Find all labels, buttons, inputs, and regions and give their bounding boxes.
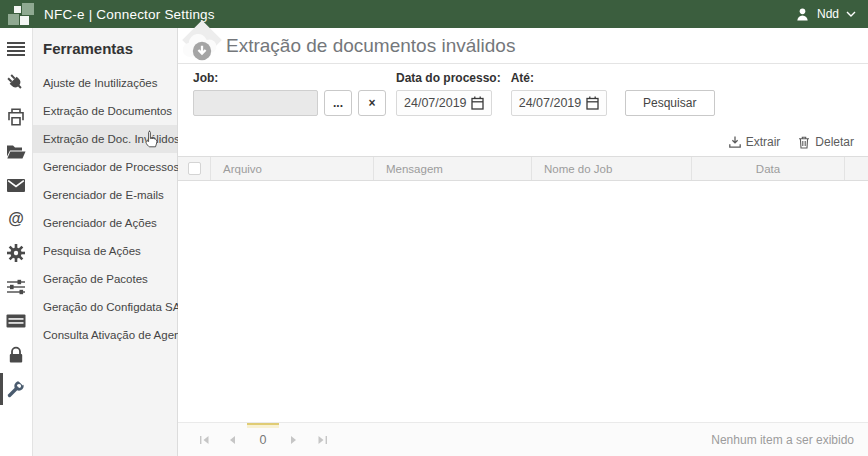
column-header-mensagem[interactable]: Mensagem [374,157,532,180]
trash-icon [798,136,810,149]
lock-icon [8,346,24,364]
select-all-checkbox[interactable] [188,162,201,175]
rail-item-sliders[interactable] [0,270,32,304]
server-icon [6,314,26,328]
app-title: NFC-e | Connector Settings [44,7,215,22]
rail-item-menu[interactable] [0,32,32,66]
search-button[interactable]: Pesquisar [625,90,715,116]
menu-icon [7,42,25,56]
date-to-input[interactable]: 24/07/2019 [511,90,607,116]
table-body [178,181,868,422]
grid-actions: Extrair Deletar [178,126,868,156]
column-header-data[interactable]: Data [692,157,845,180]
sidebar-item-geracao-de-pacotes[interactable]: Geração de Pacotes [33,265,177,293]
wrench-icon [6,379,26,399]
sidebar-item-pesquisa-de-acoes[interactable]: Pesquisa de Ações [33,237,177,265]
last-page-icon [317,435,328,445]
folder-open-icon [6,144,26,159]
rail-item-wrench[interactable] [0,372,32,406]
first-page-button[interactable] [191,428,217,452]
prev-page-icon [228,435,236,445]
next-page-icon [290,435,298,445]
download-icon [729,136,741,148]
sidebar-item-extracao-de-documentos[interactable]: Extração de Documentos [33,97,177,125]
next-page-button[interactable] [281,428,307,452]
job-input[interactable] [193,90,318,116]
extract-action[interactable]: Extrair [729,135,781,149]
table-header: Arquivo Mensagem Nome do Job Data [178,156,868,181]
sidebar-heading: Ferramentas [33,34,177,69]
rail-item-at[interactable]: @ [0,202,32,236]
topbar: NFC-e | Connector Settings Ndd [0,0,868,28]
cloud-download-icon [178,28,222,64]
main-content: Extração de documentos inválidos Job: ..… [178,28,868,456]
sidebar-item-ajuste-de-inutilizacoes[interactable]: Ajuste de Inutilizações [33,69,177,97]
sidebar-item-gerenciador-de-emails[interactable]: Gerenciador de E-mails [33,181,177,209]
job-clear-button[interactable]: × [358,90,386,116]
pagination-bar: 0 Nenhum item a ser exibido [178,422,868,456]
ndd-logo [8,3,35,26]
column-header-arquivo[interactable]: Arquivo [211,157,374,180]
job-label: Job: [193,71,386,85]
plug-icon [6,73,26,93]
username: Ndd [817,7,839,21]
rail-item-gear[interactable] [0,236,32,270]
rail-item-mail[interactable] [0,168,32,202]
first-page-icon [199,435,210,445]
rail-item-printer[interactable] [0,100,32,134]
rail-item-server[interactable] [0,304,32,338]
hand-cursor-icon [144,130,159,148]
user-menu[interactable]: Ndd [795,7,856,22]
at-sign-icon: @ [8,211,24,227]
sidebar-item-gerenciador-de-acoes[interactable]: Gerenciador de Ações [33,209,177,237]
mail-icon [7,179,25,192]
delete-action[interactable]: Deletar [798,135,854,149]
page-header: Extração de documentos inválidos [178,28,868,64]
app-window: NFC-e | Connector Settings Ndd [0,0,868,456]
page-title: Extração de documentos inválidos [226,35,515,57]
rail-item-folder[interactable] [0,134,32,168]
sidebar-item-consulta-ativacao-de-agente[interactable]: Consulta Ativação de Agente [33,321,177,349]
printer-icon [6,108,26,126]
sidebar-item-gerenciador-de-processos[interactable]: Gerenciador de Processos [33,153,177,181]
date-from-input[interactable]: 24/07/2019 [396,90,492,116]
icon-rail: @ [0,28,33,456]
current-page-indicator [247,423,279,428]
search-form: Job: ... × Data do processo: 24/07/2019 [178,64,868,126]
last-page-button[interactable] [309,428,335,452]
column-header-spacer [845,157,868,180]
chevron-down-icon [846,11,856,17]
sidebar-item-extracao-de-doc-invalidos[interactable]: Extração de Doc. Inválidos [33,125,177,153]
sidebar: Ferramentas Ajuste de Inutilizações Extr… [33,28,178,456]
current-page[interactable]: 0 [247,423,279,456]
calendar-icon [586,96,599,110]
date-from-label: Data do processo: [396,71,501,85]
date-to-label: Até: [511,71,607,85]
sliders-icon [6,279,26,295]
job-browse-button[interactable]: ... [324,90,352,116]
pager-status: Nenhum item a ser exibido [711,433,854,447]
calendar-icon [471,96,484,110]
rail-item-lock[interactable] [0,338,32,372]
column-header-nome-do-job[interactable]: Nome do Job [532,157,692,180]
rail-item-plug[interactable] [0,66,32,100]
sidebar-item-geracao-do-configdata-sat[interactable]: Geração do Configdata SAT [33,293,177,321]
prev-page-button[interactable] [219,428,245,452]
gear-icon [6,243,26,263]
user-icon [795,7,810,22]
